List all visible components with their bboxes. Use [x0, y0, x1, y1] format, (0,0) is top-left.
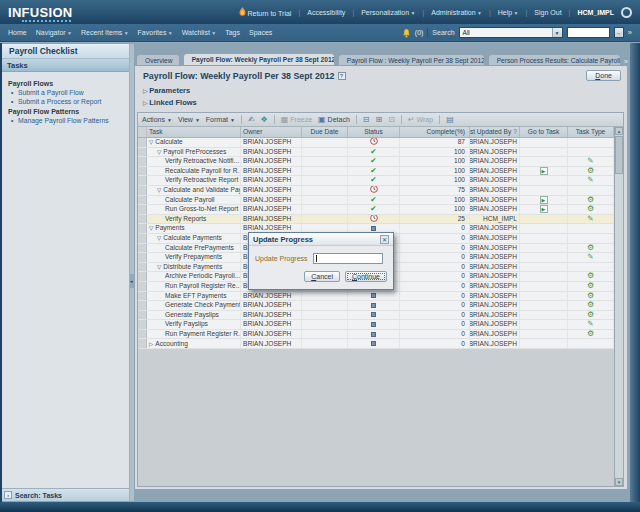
- row-selector[interactable]: [138, 167, 147, 176]
- table-row[interactable]: Verify ReportsBRIAN.JOSEPH25HCM_IMPL✎: [138, 215, 614, 225]
- expanded-icon[interactable]: ▽: [157, 186, 161, 194]
- search-go-button[interactable]: →: [614, 27, 624, 38]
- row-selector[interactable]: [138, 215, 147, 224]
- header-item-help[interactable]: Help ▼: [498, 9, 519, 16]
- row-selector[interactable]: [138, 272, 147, 281]
- notifications-bell-icon[interactable]: [402, 28, 411, 38]
- row-selector[interactable]: [138, 148, 147, 157]
- table-vertical-scrollbar[interactable]: ▲ ▼: [614, 127, 623, 486]
- expanded-icon[interactable]: ▽: [149, 138, 153, 146]
- search-input[interactable]: [567, 27, 610, 38]
- row-selector[interactable]: [138, 282, 147, 291]
- row-selector[interactable]: [138, 186, 147, 195]
- scrollbar-thumb[interactable]: [615, 136, 623, 174]
- row-selector[interactable]: [138, 253, 147, 262]
- tab-0[interactable]: Overview: [136, 54, 180, 65]
- table-row[interactable]: ▽CalculateBRIAN.JOSEPH87BRIAN.JOSEPH: [138, 138, 614, 148]
- row-selector[interactable]: [138, 176, 147, 185]
- nav-item-favorites[interactable]: Favorites ▼: [138, 29, 173, 36]
- column-header-go-to-task[interactable]: Go to Task: [520, 127, 568, 137]
- column-header-owner[interactable]: Owner: [241, 127, 302, 137]
- actions-menu[interactable]: Actions ▼: [142, 116, 172, 123]
- tab-overflow-icon[interactable]: »: [624, 58, 630, 65]
- column-header-complete(%)[interactable]: Complete(%): [400, 127, 470, 137]
- dialog-titlebar[interactable]: Update Progress ✕: [249, 233, 393, 246]
- chevron-down-icon[interactable]: ▼: [552, 28, 562, 37]
- table-row[interactable]: Run Gross-to-Net ReportBRIAN.JOSEPH✔100B…: [138, 205, 614, 215]
- row-selector[interactable]: [138, 339, 147, 348]
- section-linked-flows[interactable]: ▷ Linked Flows: [143, 98, 627, 107]
- column-header-last-updated-by[interactable]: Last Updated By?: [470, 127, 520, 137]
- row-selector[interactable]: [138, 292, 147, 301]
- expand-icon[interactable]: ›: [4, 491, 12, 499]
- help-icon[interactable]: ?: [338, 72, 346, 80]
- expand-all-icon[interactable]: ⊟: [363, 116, 370, 124]
- go-to-task-cell[interactable]: ▶: [520, 167, 568, 176]
- table-row[interactable]: Make EFT PaymentsBRIAN.JOSEPH0BRIAN.JOSE…: [138, 292, 614, 302]
- go-to-task-icon[interactable]: ▶: [540, 167, 548, 175]
- table-help-icon[interactable]: ▤: [446, 116, 454, 124]
- header-item-accessibility[interactable]: Accessibility: [307, 9, 345, 16]
- table-row[interactable]: Generate PayslipsBRIAN.JOSEPH0BRIAN.JOSE…: [138, 311, 614, 321]
- expanded-icon[interactable]: ▽: [149, 224, 153, 232]
- row-selector[interactable]: [138, 157, 147, 166]
- close-icon[interactable]: ✕: [380, 235, 389, 244]
- column-header-task-type[interactable]: Task Type: [568, 127, 614, 137]
- row-selector[interactable]: [138, 205, 147, 214]
- go-to-task-cell[interactable]: ▶: [520, 205, 568, 214]
- oracle-ring-icon[interactable]: [621, 7, 632, 18]
- edit-task-icon[interactable]: ✍: [248, 116, 255, 124]
- table-row[interactable]: Generate Check PaymentsBRIAN.JOSEPH0BRIA…: [138, 301, 614, 311]
- row-selector[interactable]: [138, 263, 147, 272]
- row-selector[interactable]: [138, 196, 147, 205]
- sidebar-search-tasks[interactable]: › Search: Tasks: [2, 488, 129, 501]
- section-parameters[interactable]: ▷ Parameters: [143, 86, 627, 95]
- header-item-hcm-impl[interactable]: HCM_IMPL: [577, 9, 614, 16]
- nav-item-tags[interactable]: Tags: [225, 29, 240, 36]
- expanded-icon[interactable]: ▽: [157, 148, 161, 156]
- row-selector[interactable]: [138, 224, 147, 233]
- search-scope-select[interactable]: All ▼: [459, 27, 563, 38]
- go-to-task-cell[interactable]: ▶: [520, 196, 568, 205]
- row-selector[interactable]: [138, 234, 147, 243]
- table-row[interactable]: Calculate PayrollBRIAN.JOSEPH✔100BRIAN.J…: [138, 196, 614, 206]
- table-row[interactable]: Verify PayslipsBRIAN.JOSEPH0BRIAN.JOSEPH…: [138, 320, 614, 330]
- row-selector[interactable]: [138, 330, 147, 339]
- refresh-icon[interactable]: ❖: [261, 116, 268, 124]
- scroll-down-icon[interactable]: ▼: [615, 478, 623, 486]
- continue-button[interactable]: Continue: [345, 271, 387, 282]
- expanded-icon[interactable]: ▽: [157, 234, 161, 242]
- go-to-task-icon[interactable]: ▶: [540, 205, 548, 213]
- table-row[interactable]: Run Payment Register R...BRIAN.JOSEPH0BR…: [138, 330, 614, 340]
- column-header-status[interactable]: Status: [348, 127, 400, 137]
- detach-button[interactable]: ▣ Detach: [318, 116, 350, 124]
- advanced-search-icon[interactable]: »: [628, 28, 632, 37]
- sidebar-link-submit-a-process-or-report[interactable]: Submit a Process or Report: [18, 98, 125, 105]
- tab-2[interactable]: Payroll Flow : Weekly Payroll Per 38 Sep…: [338, 54, 485, 65]
- row-selector[interactable]: [138, 320, 147, 329]
- table-row[interactable]: ▽Calculate and Validate PayrollBRIAN.JOS…: [138, 186, 614, 196]
- sidebar-tasks-header[interactable]: Tasks: [2, 59, 129, 72]
- row-selector[interactable]: [138, 244, 147, 253]
- table-row[interactable]: Verify Retroactive Notifi...BRIAN.JOSEPH…: [138, 157, 614, 167]
- row-selector[interactable]: [138, 311, 147, 320]
- cancel-button[interactable]: Cancel: [304, 271, 340, 282]
- column-header-due-date[interactable]: Due Date: [302, 127, 348, 137]
- sidebar-link-manage-payroll-flow-patterns[interactable]: Manage Payroll Flow Patterns: [18, 117, 125, 124]
- nav-item-home[interactable]: Home: [8, 29, 27, 36]
- row-selector[interactable]: [138, 138, 147, 147]
- sidebar-link-submit-a-payroll-flow[interactable]: Submit a Payroll Flow: [18, 89, 125, 96]
- header-item-personalization[interactable]: Personalization ▼: [361, 9, 415, 16]
- row-selector[interactable]: [138, 301, 147, 310]
- header-item-return-to-trial[interactable]: Return to Trial: [239, 7, 292, 17]
- nav-item-navigator[interactable]: Navigator ▼: [36, 29, 72, 36]
- format-menu[interactable]: Format ▼: [206, 116, 235, 123]
- collapsed-icon[interactable]: ▷: [149, 340, 153, 348]
- tab-1[interactable]: Payroll Flow: Weekly Payroll Per 38 Sept…: [183, 53, 335, 65]
- show-as-top-icon[interactable]: ⊡: [388, 116, 395, 124]
- header-item-sign-out[interactable]: Sign Out: [534, 9, 561, 16]
- table-row[interactable]: ▽Payroll PreProcessesBRIAN.JOSEPH✔100BRI…: [138, 148, 614, 158]
- table-row[interactable]: Recalculate Payroll for R...BRIAN.JOSEPH…: [138, 167, 614, 177]
- go-to-task-icon[interactable]: ▶: [540, 196, 548, 204]
- update-progress-input[interactable]: [313, 253, 383, 264]
